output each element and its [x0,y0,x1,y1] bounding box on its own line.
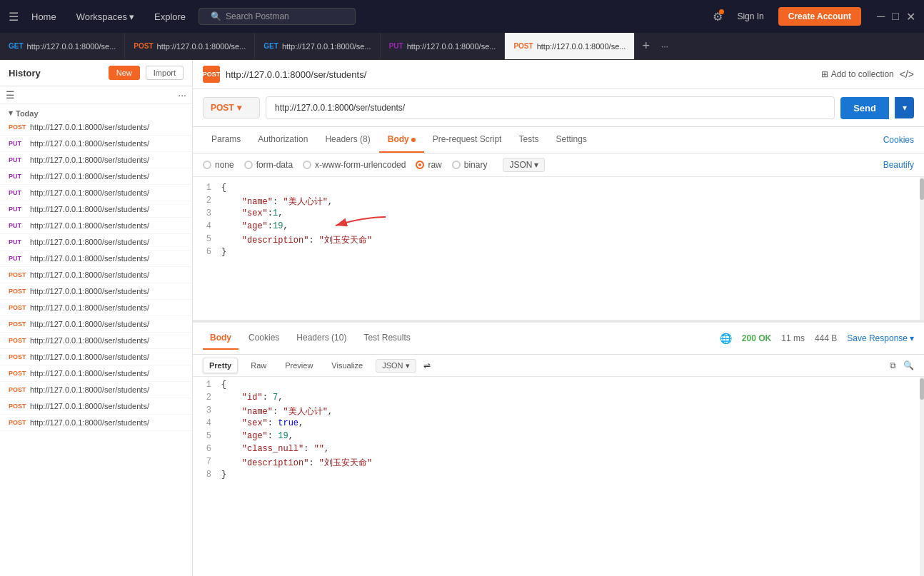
list-item[interactable]: POST http://127.0.0.1:8000/ser/students/ [0,398,192,415]
resp-format-preview[interactable]: Preview [279,358,318,373]
method-label: POST [211,103,234,113]
list-item[interactable]: PUT http://127.0.0.1:8000/ser/students/ [0,201,192,218]
search-response-icon[interactable]: 🔍 [903,360,914,370]
body-type-none[interactable]: none [203,160,234,170]
menu-icon[interactable]: ☰ [9,10,19,24]
titlebar: ☰ Home Workspaces▾ Explore 🔍 Search Post… [0,0,924,33]
resp-format-pretty[interactable]: Pretty [203,358,238,373]
resp-tab-cookies[interactable]: Cookies [241,327,286,350]
list-item[interactable]: POST http://127.0.0.1:8000/ser/students/ [0,349,192,365]
radio-urlencoded [303,161,311,169]
response-icons: ⧉ 🔍 [890,360,914,370]
save-response-button[interactable]: Save Response ▾ [847,333,914,343]
resp-tab-body[interactable]: Body [203,327,238,350]
method-badge: PUT [9,189,30,196]
tab-settings[interactable]: Settings [547,127,595,153]
signin-button[interactable]: Sign In [730,9,770,24]
request-type-icon: POST [203,66,220,83]
list-item[interactable]: POST http://127.0.0.1:8000/ser/students/ [0,119,192,136]
filter-icon[interactable]: ☰ [6,89,15,101]
search-placeholder: Search Postman [226,11,289,21]
tab-tests[interactable]: Tests [510,127,547,153]
resp-format-raw[interactable]: Raw [245,358,272,373]
url-input[interactable] [266,96,835,119]
search-bar[interactable]: 🔍 Search Postman [199,8,356,25]
method-badge: PUT [9,222,30,229]
method-badge: PUT [9,255,30,262]
copy-icon[interactable]: ⧉ [890,360,896,370]
nav-home[interactable]: Home [27,9,61,25]
list-item[interactable]: POST http://127.0.0.1:8000/ser/students/ [0,267,192,283]
resp-tab-testresults[interactable]: Test Results [356,327,417,350]
tab-1[interactable]: POST http://127.0.0.1:8000/se... [125,33,255,59]
tab-body[interactable]: Body [379,127,424,153]
list-item[interactable]: PUT http://127.0.0.1:8000/ser/students/ [0,168,192,185]
history-url: http://127.0.0.1:8000/ser/students/ [30,205,149,213]
tab-0[interactable]: GET http://127.0.0.1:8000/se... [0,33,125,59]
format-select[interactable]: JSON ▾ [503,158,545,172]
list-item[interactable]: PUT http://127.0.0.1:8000/ser/students/ [0,234,192,251]
more-options-icon[interactable]: ··· [178,89,186,101]
add-to-collection-button[interactable]: ⊞ Add to collection [821,69,894,79]
body-type-binary[interactable]: binary [452,160,488,170]
tab-params[interactable]: Params [203,127,249,153]
tab-4-active[interactable]: POST http://127.0.0.1:8000/se... [505,33,635,59]
tab-3[interactable]: PUT http://127.0.0.1:8000/se... [381,33,506,59]
list-item[interactable]: POST http://127.0.0.1:8000/ser/students/ [0,333,192,349]
list-item[interactable]: POST http://127.0.0.1:8000/ser/students/ [0,365,192,382]
wrap-button[interactable]: ⇌ [423,360,431,370]
wrap-icon: ⇌ [423,360,431,370]
method-badge: POST [9,304,30,311]
minimize-button[interactable]: ─ [877,10,885,24]
new-tab-button[interactable]: + [635,39,657,54]
send-button[interactable]: Send [840,97,889,119]
list-item[interactable]: PUT http://127.0.0.1:8000/ser/students/ [0,185,192,201]
tab-authorization[interactable]: Authorization [249,127,316,153]
send-dropdown-button[interactable]: ▾ [895,97,914,118]
list-item[interactable]: PUT http://127.0.0.1:8000/ser/students/ [0,251,192,267]
response-time: 11 ms [781,333,805,343]
request-tabs: Params Authorization Headers (8) Body Pr… [193,127,924,153]
nav-workspaces[interactable]: Workspaces▾ [72,9,139,25]
list-item[interactable]: POST http://127.0.0.1:8000/ser/students/ [0,300,192,316]
resp-line-3: 3 "name": "美人心计", [193,405,924,418]
response-size: 444 B [815,333,837,343]
resp-format-visualize[interactable]: Visualize [326,358,368,373]
cookies-button[interactable]: Cookies [883,135,914,145]
tab-headers[interactable]: Headers (8) [316,127,378,153]
nav-explore[interactable]: Explore [150,9,190,25]
method-badge: POST [9,353,30,360]
history-url: http://127.0.0.1:8000/ser/students/ [30,336,149,345]
tab-prerequest[interactable]: Pre-request Script [424,127,511,153]
request-body-editor[interactable]: 1 { 2 "name": "美人心计", 3 "sex":1, 4 "age"… [193,177,924,320]
more-tabs-button[interactable]: ··· [657,41,673,51]
settings-button[interactable]: ⚙ [713,10,723,24]
maximize-button[interactable]: □ [892,10,899,24]
resp-json-select[interactable]: JSON ▾ [376,359,416,373]
tab-2[interactable]: GET http://127.0.0.1:8000/se... [255,33,380,59]
body-type-raw[interactable]: raw [416,160,441,170]
method-select[interactable]: POST ▾ [203,97,260,118]
list-item[interactable]: PUT http://127.0.0.1:8000/ser/students/ [0,152,192,168]
list-item[interactable]: POST http://127.0.0.1:8000/ser/students/ [0,382,192,398]
code-button[interactable]: </> [900,69,914,80]
list-item[interactable]: PUT http://127.0.0.1:8000/ser/students/ [0,218,192,234]
history-url: http://127.0.0.1:8000/ser/students/ [30,123,149,131]
body-type-formdata[interactable]: form-data [244,160,293,170]
close-button[interactable]: ✕ [906,10,915,24]
date-group-today[interactable]: ▾ Today [0,104,192,119]
resp-tab-headers[interactable]: Headers (10) [289,327,353,350]
beautify-button[interactable]: Beautify [883,160,914,170]
list-item[interactable]: POST http://127.0.0.1:8000/ser/students/ [0,316,192,333]
create-account-button[interactable]: Create Account [778,7,861,26]
new-button[interactable]: New [109,66,140,80]
method-badge: POST [9,320,30,328]
list-item[interactable]: POST http://127.0.0.1:8000/ser/students/ [0,283,192,300]
import-button[interactable]: Import [146,66,184,80]
list-item[interactable]: PUT http://127.0.0.1:8000/ser/students/ [0,136,192,152]
body-type-urlencoded[interactable]: x-www-form-urlencoded [303,160,406,170]
sidebar-filter: ☰ ··· [0,86,192,104]
history-url: http://127.0.0.1:8000/ser/students/ [30,156,149,164]
list-item[interactable]: POST http://127.0.0.1:8000/ser/students/ [0,415,192,431]
history-url: http://127.0.0.1:8000/ser/students/ [30,254,149,263]
